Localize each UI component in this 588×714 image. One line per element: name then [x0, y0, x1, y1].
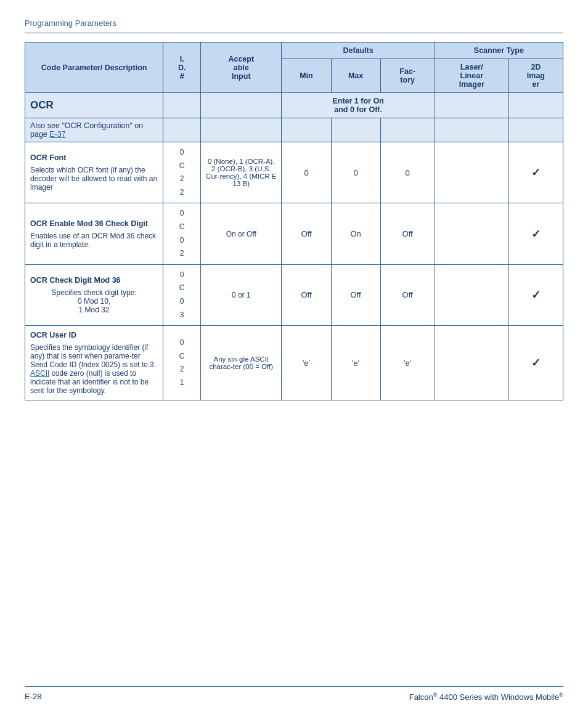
- th-code-param: Code Parameter/ Description: [25, 43, 163, 93]
- th-defaults: Defaults: [282, 43, 435, 59]
- mod36-factory: Off: [380, 203, 435, 264]
- font-max: 0: [331, 142, 380, 203]
- font-accept: 0 (None), 1 (OCR-A), 2 (OCR-B), 3 (U.S. …: [201, 142, 282, 203]
- font-laser: [435, 142, 508, 203]
- checkdigit-id: 0C03: [163, 264, 201, 325]
- ocr-2d-empty: [508, 93, 563, 118]
- ocr-link[interactable]: E-37: [49, 130, 65, 139]
- font-2d: ✓: [508, 142, 563, 203]
- thead-row1: Code Parameter/ Description I.D.# Accept…: [25, 43, 563, 59]
- footer-left: E-28: [25, 692, 41, 702]
- ocr-note-max: [331, 118, 380, 142]
- ocr-laser-empty: [435, 93, 508, 118]
- checkdigit-factory: Off: [380, 264, 435, 325]
- ocr-note-min: [282, 118, 331, 142]
- checkdigit-name: OCR Check Digit Mod 36: [30, 276, 158, 285]
- checkdigit-2d: ✓: [508, 264, 563, 325]
- row-mod36: OCR Enable Mod 36 Check Digit Enables us…: [25, 203, 563, 264]
- row-font: OCR Font Selects which OCR font (if any)…: [25, 142, 563, 203]
- ocr-note-factory: [380, 118, 435, 142]
- th-scanner: Scanner Type: [435, 43, 563, 59]
- checkdigit-min: Off: [282, 264, 331, 325]
- userid-factory: 'e': [380, 326, 435, 400]
- font-id: 0C22: [163, 142, 201, 203]
- ocr-note-accept: [201, 118, 282, 142]
- th-max: Max: [331, 59, 380, 93]
- ocr-note-laser: [435, 118, 508, 142]
- userid-2d: ✓: [508, 326, 563, 400]
- userid-param-cell: OCR User ID Specifies the symbology iden…: [25, 326, 163, 400]
- ocr-note-2d: [508, 118, 563, 142]
- footer-right: Falcon® 4400 Series with Windows Mobile®: [409, 692, 563, 702]
- mod36-id: 0C02: [163, 203, 201, 264]
- th-2d: 2DImager: [508, 59, 563, 93]
- userid-name: OCR User ID: [30, 331, 158, 339]
- checkdigit-accept: 0 or 1: [201, 264, 282, 325]
- row-ocr-note: Also see "OCR Configuration" on page E-3…: [25, 118, 563, 142]
- page-container: Programming Parameters Code Parameter/ D…: [0, 0, 588, 437]
- ascii-link[interactable]: ASCII: [30, 369, 49, 378]
- userid-min: 'e': [282, 326, 331, 400]
- row-ocr: OCR Enter 1 for Onand 0 for Off.: [25, 93, 563, 118]
- th-laser: Laser/LinearImager: [435, 59, 508, 93]
- params-table: Code Parameter/ Description I.D.# Accept…: [25, 42, 563, 400]
- ocr-enter-note: Enter 1 for Onand 0 for Off.: [282, 93, 435, 118]
- page-header: Programming Parameters: [25, 18, 563, 33]
- font-param-cell: OCR Font Selects which OCR font (if any)…: [25, 142, 163, 203]
- checkdigit-max: Off: [331, 264, 380, 325]
- font-desc: Selects which OCR font (if any) the deco…: [30, 166, 158, 192]
- ocr-title: OCR: [25, 93, 163, 118]
- userid-laser: [435, 326, 508, 400]
- font-factory: 0: [380, 142, 435, 203]
- userid-desc: Specifies the symbology identifier (if a…: [30, 343, 158, 395]
- th-min: Min: [282, 59, 331, 93]
- mod36-desc: Enables use of an OCR Mod 36 check digit…: [30, 232, 158, 249]
- th-id: I.D.#: [163, 43, 201, 93]
- mod36-max: On: [331, 203, 380, 264]
- userid-id: 0C21: [163, 326, 201, 400]
- page-footer: E-28 Falcon® 4400 Series with Windows Mo…: [25, 686, 563, 702]
- row-userid: OCR User ID Specifies the symbology iden…: [25, 326, 563, 400]
- mod36-name: OCR Enable Mod 36 Check Digit: [30, 219, 158, 228]
- ocr-id-empty: [163, 93, 201, 118]
- mod36-laser: [435, 203, 508, 264]
- th-accept: AcceptableInput: [201, 43, 282, 93]
- font-name: OCR Font: [30, 153, 158, 162]
- checkdigit-laser: [435, 264, 508, 325]
- ocr-accept-empty: [201, 93, 282, 118]
- mod36-param-cell: OCR Enable Mod 36 Check Digit Enables us…: [25, 203, 163, 264]
- font-min: 0: [282, 142, 331, 203]
- ocr-note-id: [163, 118, 201, 142]
- checkdigit-desc: Specifies check digit type:0 Mod 10,1 Mo…: [30, 288, 158, 314]
- userid-accept: Any sin-gle ASCII charac-ter (00 = Off): [201, 326, 282, 400]
- userid-max: 'e': [331, 326, 380, 400]
- row-checkdigit: OCR Check Digit Mod 36 Specifies check d…: [25, 264, 563, 325]
- mod36-2d: ✓: [508, 203, 563, 264]
- ocr-note-text: Also see "OCR Configuration" on page E-3…: [25, 118, 163, 142]
- th-factory: Fac-tory: [380, 59, 435, 93]
- checkdigit-param-cell: OCR Check Digit Mod 36 Specifies check d…: [25, 264, 163, 325]
- mod36-min: Off: [282, 203, 331, 264]
- mod36-accept: On or Off: [201, 203, 282, 264]
